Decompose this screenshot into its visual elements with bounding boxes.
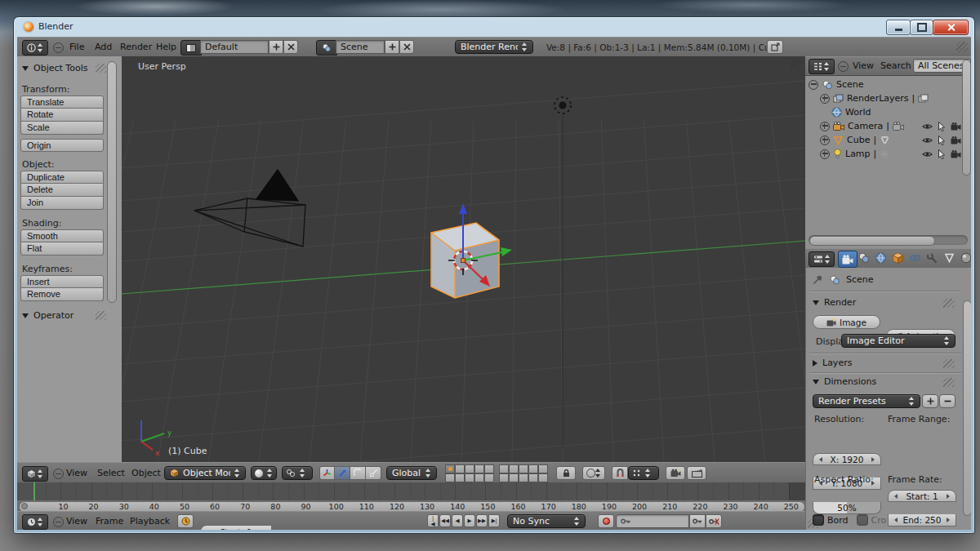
frame-start-field[interactable]: Start: 1 xyxy=(888,490,956,502)
layer-cell[interactable] xyxy=(445,473,455,482)
jump-to-end-button[interactable]: ▶| xyxy=(488,514,500,527)
scene-delete-button[interactable] xyxy=(399,40,414,54)
play-button[interactable]: ▶ xyxy=(464,514,475,527)
selectability-cursor-icon[interactable] xyxy=(938,136,946,145)
maximize-button[interactable] xyxy=(910,20,933,35)
play-reverse-button[interactable]: ◀ xyxy=(452,514,463,527)
tab-render[interactable] xyxy=(838,251,858,268)
layer-cell[interactable] xyxy=(474,464,484,473)
rotate-manipulator-toggle[interactable] xyxy=(350,466,366,480)
editor-type-selector-info[interactable] xyxy=(22,40,48,56)
viewport-3d[interactable]: y x User Persp (1) Cube xyxy=(122,56,806,462)
dimensions-panel-header[interactable]: Dimensions xyxy=(813,376,876,387)
tab-material[interactable] xyxy=(960,252,971,264)
timeline-strip[interactable] xyxy=(17,482,805,501)
layout-browse-button[interactable] xyxy=(180,40,202,56)
layer-cell[interactable] xyxy=(509,473,519,482)
mode-dropdown[interactable]: Object Mode xyxy=(164,466,246,480)
use-preview-range-toggle[interactable] xyxy=(177,514,194,528)
menu-frame[interactable]: Frame xyxy=(96,516,123,527)
renderability-camera-icon[interactable] xyxy=(951,136,961,144)
layer-cell[interactable] xyxy=(484,473,494,482)
menu-view[interactable]: View xyxy=(66,516,87,527)
crop-checkbox[interactable] xyxy=(857,514,868,526)
display-dropdown[interactable]: Image Editor xyxy=(841,334,956,348)
outliner-row-renderlayers[interactable]: RenderLayers | xyxy=(820,91,929,105)
tab-constraints[interactable] xyxy=(909,252,921,264)
panel-drag-grip[interactable] xyxy=(96,64,106,73)
render-animation-button[interactable] xyxy=(687,466,706,480)
menu-file[interactable]: File xyxy=(69,42,84,52)
editor-type-selector-timeline[interactable] xyxy=(22,514,48,530)
visibility-eye-icon[interactable] xyxy=(922,122,933,131)
selectability-cursor-icon[interactable] xyxy=(938,122,946,131)
layer-cell[interactable] xyxy=(528,464,538,473)
jump-to-start-button[interactable]: |◀ xyxy=(427,514,439,527)
menu-view[interactable]: View xyxy=(853,60,874,71)
scene-name-field[interactable]: Scene xyxy=(336,40,385,54)
preset-remove-button[interactable] xyxy=(939,394,956,408)
layer-cell[interactable] xyxy=(519,464,528,473)
corner-resize-grip[interactable] xyxy=(808,519,818,528)
layer-cell[interactable] xyxy=(465,473,474,482)
layer-cell[interactable] xyxy=(455,464,465,473)
menu-search[interactable]: Search xyxy=(880,60,911,71)
panel-drag-grip[interactable] xyxy=(96,311,106,320)
layout-name-field[interactable]: Default xyxy=(200,40,269,54)
pin-icon[interactable] xyxy=(813,274,823,285)
render-engine-dropdown[interactable]: Blender Render xyxy=(455,40,533,54)
outliner-vscroll-thumb[interactable] xyxy=(962,60,971,176)
outliner-row-cube[interactable]: Cube | xyxy=(820,133,890,147)
renderability-camera-icon[interactable] xyxy=(951,122,961,131)
renderability-camera-icon[interactable] xyxy=(951,150,961,158)
layer-cell[interactable] xyxy=(474,473,484,482)
expand-icon[interactable] xyxy=(820,136,830,145)
preset-add-button[interactable] xyxy=(922,394,938,408)
menu-render[interactable]: Render xyxy=(120,42,152,52)
snap-toggle-button[interactable] xyxy=(612,466,628,480)
outliner-hscroll-track[interactable] xyxy=(808,235,968,245)
scene-browse-button[interactable] xyxy=(316,40,337,56)
item-label[interactable]: RenderLayers xyxy=(847,93,909,104)
viewport-shading-dropdown[interactable] xyxy=(251,466,277,480)
auto-keyframe-record-button[interactable] xyxy=(598,514,614,528)
outliner-hscroll-thumb[interactable] xyxy=(809,236,935,246)
object-tools-panel-header[interactable]: Object Tools xyxy=(22,63,87,73)
close-button[interactable] xyxy=(933,20,969,35)
render-still-button[interactable] xyxy=(666,466,685,480)
join-button[interactable]: Join xyxy=(20,197,104,210)
collapse-menus-icon[interactable] xyxy=(53,517,64,527)
editor-type-selector-properties[interactable] xyxy=(808,251,835,267)
visibility-eye-icon[interactable] xyxy=(922,136,933,144)
collapse-icon[interactable] xyxy=(808,80,818,90)
lock-to-scene-button[interactable] xyxy=(556,466,576,480)
layout-add-button[interactable] xyxy=(269,40,283,54)
render-image-button[interactable]: Image xyxy=(813,315,880,329)
outliner-row-camera[interactable]: Camera | xyxy=(820,119,904,133)
item-label[interactable]: Camera xyxy=(848,121,883,131)
header-resize-grip[interactable] xyxy=(956,42,968,52)
resolution-percentage-slider[interactable]: 50% xyxy=(813,502,881,514)
duplicate-window-button[interactable] xyxy=(767,40,783,54)
context-breadcrumb[interactable]: Scene xyxy=(846,274,874,285)
panel-drag-grip[interactable] xyxy=(943,378,955,387)
menu-object[interactable]: Object xyxy=(131,468,161,478)
menu-view[interactable]: View xyxy=(66,468,87,478)
layer-cell[interactable] xyxy=(499,464,509,473)
outliner-row-scene[interactable]: Scene xyxy=(808,78,864,91)
properties-vscroll-thumb[interactable] xyxy=(963,300,971,516)
layer-cell[interactable] xyxy=(509,464,519,473)
editor-type-selector-outliner[interactable] xyxy=(808,59,835,74)
panel-drag-grip[interactable] xyxy=(943,359,955,368)
minimize-button[interactable] xyxy=(886,20,911,35)
item-label[interactable]: Lamp xyxy=(845,149,871,159)
expand-icon[interactable] xyxy=(820,149,830,159)
layer-cell[interactable] xyxy=(519,473,528,482)
insert-keyframe-button[interactable]: Insert xyxy=(20,275,104,288)
proportional-edit-dropdown[interactable] xyxy=(582,466,605,480)
layer-cell[interactable] xyxy=(465,464,474,473)
item-label[interactable]: Cube xyxy=(847,135,870,145)
viewport-corner-grip[interactable] xyxy=(791,60,802,69)
frame-end-field[interactable]: End: 250 xyxy=(888,514,956,527)
menu-playback[interactable]: Playback xyxy=(130,516,170,527)
